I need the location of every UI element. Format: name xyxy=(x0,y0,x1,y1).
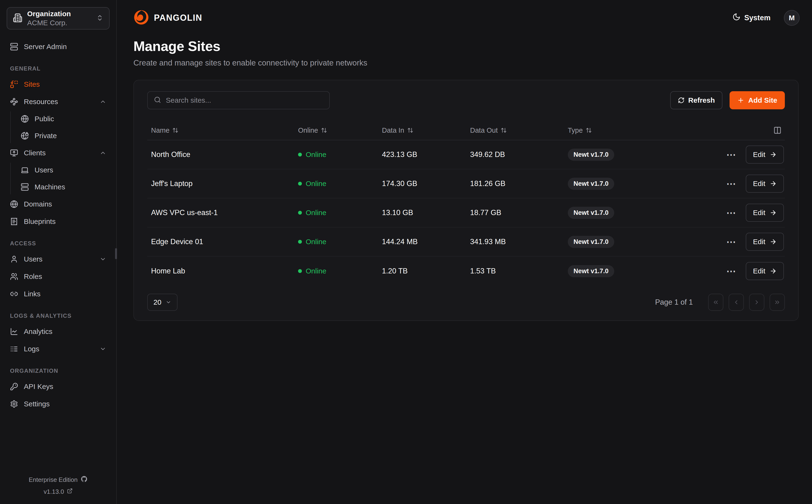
sidebar-item-roles[interactable]: Roles xyxy=(7,269,110,284)
org-switcher[interactable]: Organization ACME Corp. xyxy=(7,7,110,30)
edit-button[interactable]: Edit xyxy=(746,146,784,164)
column-header-online[interactable]: Online xyxy=(294,126,378,134)
edition-label: Enterprise Edition xyxy=(29,476,77,484)
theme-toggle[interactable]: System xyxy=(732,13,771,23)
pagination: 20 Page 1 of 1 xyxy=(147,294,785,311)
server-icon xyxy=(10,43,18,51)
building-icon xyxy=(13,13,22,24)
sidebar-item-server-admin[interactable]: Server Admin xyxy=(7,39,110,54)
page-subtitle: Create and manage sites to enable connec… xyxy=(133,58,799,67)
sidebar-item-label: API Keys xyxy=(24,383,106,391)
sidebar-item-domains[interactable]: Domains xyxy=(7,197,110,212)
version-link[interactable]: v1.13.0 xyxy=(44,488,72,495)
add-site-button[interactable]: Add Site xyxy=(730,91,785,109)
sidebar-item-analytics[interactable]: Analytics xyxy=(7,324,110,339)
column-header-name[interactable]: Name xyxy=(147,126,294,134)
column-header-data-in[interactable]: Data In xyxy=(378,126,466,134)
brand-name: PANGOLIN xyxy=(154,13,202,23)
online-dot xyxy=(298,269,302,273)
type-badge: Newt v1.7.0 xyxy=(568,207,614,219)
refresh-button[interactable]: Refresh xyxy=(670,91,723,109)
sites-table: Name Online Data In Data Out xyxy=(147,121,785,286)
sidebar-item-links[interactable]: Links xyxy=(7,286,110,302)
online-dot xyxy=(298,182,302,186)
last-page-button[interactable] xyxy=(770,294,785,311)
cell-type: Newt v1.7.0 xyxy=(564,178,669,190)
users-icon xyxy=(10,272,18,281)
cell-type: Newt v1.7.0 xyxy=(564,236,669,248)
sidebar-item-users[interactable]: Users xyxy=(17,163,110,177)
cell-online: Online xyxy=(294,151,378,159)
arrow-right-icon xyxy=(770,238,777,245)
column-header-type[interactable]: Type xyxy=(564,126,669,134)
sidebar-item-label: Resources xyxy=(24,98,94,106)
brand[interactable]: PANGOLIN xyxy=(133,10,202,26)
chevron-up-icon xyxy=(100,98,106,105)
cell-data-out: 349.62 DB xyxy=(466,150,564,159)
cell-data-in: 423.13 GB xyxy=(378,150,466,159)
row-menu-button[interactable]: ⋯ xyxy=(725,150,738,159)
online-dot xyxy=(298,211,302,215)
table-row: North OfficeOnline423.13 GB349.62 DBNewt… xyxy=(147,140,785,169)
online-dot xyxy=(298,240,302,244)
first-page-button[interactable] xyxy=(708,294,723,311)
sidebar-item-sites[interactable]: Sites xyxy=(7,77,110,92)
chevron-right-icon xyxy=(753,299,760,306)
sidebar-item-label: Private xyxy=(35,132,106,140)
chevrons-right-icon xyxy=(774,299,781,306)
chevrons-up-down-icon xyxy=(96,14,103,22)
arrow-right-icon xyxy=(770,267,777,275)
sidebar-item-machines[interactable]: Machines xyxy=(17,180,110,194)
page-size-select[interactable]: 20 xyxy=(147,294,178,311)
search-input[interactable] xyxy=(166,96,323,104)
sidebar-resize-handle[interactable] xyxy=(115,248,117,259)
edition-link[interactable]: Enterprise Edition xyxy=(29,475,87,484)
settings-icon xyxy=(10,400,18,408)
pangolin-logo-icon xyxy=(133,10,149,26)
cell-type: Newt v1.7.0 xyxy=(564,265,669,277)
sidebar-item-settings[interactable]: Settings xyxy=(7,396,110,412)
sidebar-item-resources[interactable]: Resources xyxy=(7,94,110,109)
sidebar-item-public[interactable]: Public xyxy=(17,111,110,126)
page-title: Manage Sites xyxy=(133,38,799,54)
sidebar-item-label: Machines xyxy=(35,183,106,191)
sidebar-item-clients[interactable]: Clients xyxy=(7,145,110,161)
chevron-down-icon xyxy=(100,256,106,262)
cell-type: Newt v1.7.0 xyxy=(564,207,669,219)
row-menu-button[interactable]: ⋯ xyxy=(725,208,738,217)
chevron-down-icon xyxy=(166,299,171,305)
section-label: ORGANIZATION xyxy=(7,368,110,374)
column-options-button[interactable] xyxy=(772,125,783,136)
sort-icon xyxy=(407,127,413,133)
edit-button[interactable]: Edit xyxy=(746,233,784,251)
sidebar-item-users[interactable]: Users xyxy=(7,252,110,267)
waypoints-icon xyxy=(10,98,18,106)
row-menu-button[interactable]: ⋯ xyxy=(725,237,738,246)
prev-page-button[interactable] xyxy=(729,294,744,311)
link-icon xyxy=(10,290,18,298)
sidebar-item-private[interactable]: Private xyxy=(17,128,110,143)
row-menu-button[interactable]: ⋯ xyxy=(725,179,738,188)
sidebar-item-blueprints[interactable]: Blueprints xyxy=(7,214,110,229)
sidebar-item-logs[interactable]: Logs xyxy=(7,341,110,357)
avatar[interactable]: M xyxy=(784,10,800,26)
sidebar-item-api-keys[interactable]: API Keys xyxy=(7,379,110,394)
column-header-data-out[interactable]: Data Out xyxy=(466,126,564,134)
row-menu-button[interactable]: ⋯ xyxy=(725,267,738,275)
next-page-button[interactable] xyxy=(749,294,764,311)
key-icon xyxy=(10,383,18,391)
search-box xyxy=(147,91,330,109)
chevrons-left-icon xyxy=(712,299,719,306)
receipt-icon xyxy=(10,217,18,226)
edit-button[interactable]: Edit xyxy=(746,204,784,222)
table-row: Jeff's LaptopOnline174.30 GB181.26 GBNew… xyxy=(147,169,785,198)
online-status: Online xyxy=(306,267,326,275)
cell-online: Online xyxy=(294,267,378,275)
sidebar-item-label: Clients xyxy=(24,149,94,157)
sidebar-item-label: Roles xyxy=(24,272,106,281)
sidebar-item-label: Server Admin xyxy=(24,43,106,51)
table-header: Name Online Data In Data Out xyxy=(147,121,785,140)
edit-button[interactable]: Edit xyxy=(746,262,784,280)
moon-icon xyxy=(732,13,741,23)
edit-button[interactable]: Edit xyxy=(746,175,784,193)
